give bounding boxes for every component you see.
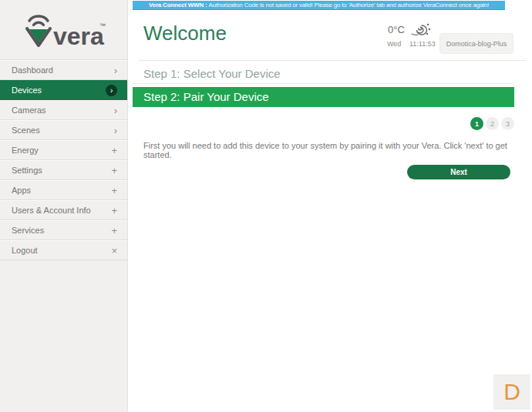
- sidebar-item-label: Settings: [12, 166, 42, 175]
- controller-selector[interactable]: Domotica-blog-Plus: [439, 33, 513, 54]
- step-indicator-1[interactable]: 1: [470, 117, 483, 130]
- sidebar-item-label: Services: [12, 226, 44, 235]
- sidebar-item-services[interactable]: Services +: [0, 220, 127, 240]
- logo-text: vera: [53, 22, 104, 49]
- sidebar-item-label: Devices: [12, 85, 42, 95]
- plus-icon: +: [111, 226, 117, 236]
- sidebar-item-devices[interactable]: Devices ›: [0, 80, 127, 100]
- close-icon: ×: [111, 246, 117, 256]
- banner-message: Authorization Code is not saved or valid…: [209, 2, 489, 8]
- wizard-step1-header[interactable]: Step 1: Select Your Device: [133, 65, 514, 84]
- vera-logo-graphic: vera ™: [22, 11, 106, 49]
- auth-warning-banner: Vera Connect WWN :Authorization Code is …: [133, 1, 505, 10]
- banner-label: Vera Connect WWN :: [149, 2, 207, 8]
- plus-icon: +: [111, 186, 117, 196]
- main-content: Vera Connect WWN :Authorization Code is …: [128, 0, 532, 412]
- step-indicator-2[interactable]: 2: [486, 117, 499, 130]
- wifi-arc-inner-icon: [33, 22, 43, 25]
- sidebar-item-cameras[interactable]: Cameras ›: [0, 100, 127, 120]
- sidebar-item-label: Apps: [12, 186, 31, 195]
- sidebar-item-dashboard[interactable]: Dashboard ›: [0, 60, 127, 80]
- sidebar-item-users-account-info[interactable]: Users & Account Info +: [0, 200, 127, 220]
- sidebar-item-label: Scenes: [12, 126, 40, 135]
- sidebar: vera ™ Dashboard › Devices › Cameras › S…: [0, 0, 128, 412]
- wizard-description: First you will need to add this device t…: [143, 141, 509, 159]
- clock-time: 11:11:53: [409, 40, 436, 48]
- watermark-d-letter: D: [503, 379, 520, 405]
- chevron-right-icon: ›: [114, 106, 117, 116]
- sidebar-item-apps[interactable]: Apps +: [0, 180, 127, 200]
- header-divider: [139, 60, 526, 61]
- plus-icon: +: [111, 166, 117, 176]
- vera-app-window: vera ™ Dashboard › Devices › Cameras › S…: [0, 0, 532, 412]
- logo-trademark: ™: [99, 22, 106, 29]
- sidebar-item-label: Users & Account Info: [12, 206, 91, 215]
- sidebar-item-label: Dashboard: [12, 65, 53, 75]
- next-button[interactable]: Next: [407, 165, 510, 179]
- weather-temperature: 0°C: [388, 24, 405, 35]
- plus-icon: +: [111, 206, 117, 216]
- chevron-right-icon: ›: [114, 65, 117, 75]
- watermark-box: D: [493, 374, 530, 410]
- vera-logo: vera ™: [0, 0, 127, 60]
- wizard-step2-header[interactable]: Step 2: Pair Your Device: [133, 87, 514, 107]
- sidebar-item-scenes[interactable]: Scenes ›: [0, 120, 127, 140]
- sidebar-item-logout[interactable]: Logout ×: [0, 240, 127, 260]
- weather-day: Wed: [387, 40, 401, 48]
- chevron-right-icon: ›: [114, 126, 117, 136]
- sidebar-item-label: Logout: [12, 246, 38, 255]
- wifi-arc-outer-icon: [29, 16, 48, 21]
- chevron-right-circle-icon: ›: [106, 85, 117, 96]
- sidebar-menu: Dashboard › Devices › Cameras › Scenes ›…: [0, 60, 127, 260]
- sidebar-item-label: Cameras: [12, 106, 46, 115]
- step-indicator-3[interactable]: 3: [501, 117, 514, 130]
- plus-icon: +: [111, 146, 117, 156]
- sidebar-item-label: Energy: [12, 146, 39, 155]
- sidebar-item-settings[interactable]: Settings +: [0, 160, 127, 180]
- page-title: Welcome: [143, 22, 227, 45]
- wizard-step-indicator: 1 2 3: [470, 117, 514, 130]
- sidebar-item-energy[interactable]: Energy +: [0, 140, 127, 160]
